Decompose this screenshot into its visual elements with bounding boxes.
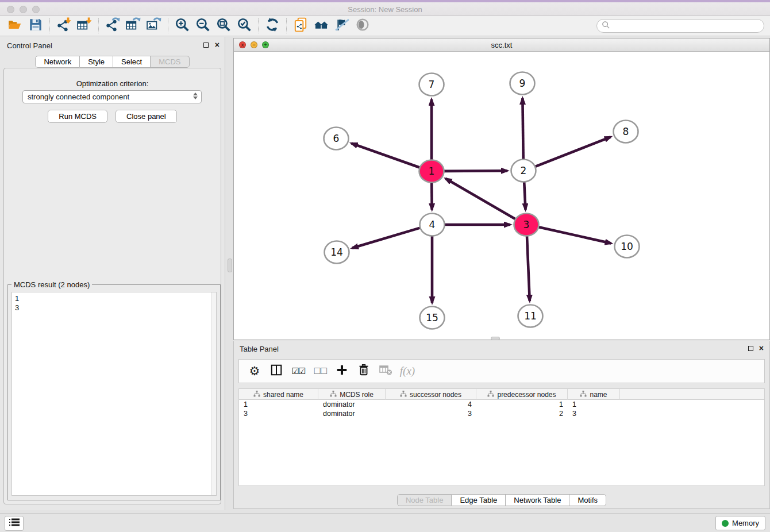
node-14[interactable]: 14 [325, 241, 349, 264]
select-all-button[interactable]: ☑☑ [288, 361, 308, 381]
result-scrollbar[interactable] [211, 292, 216, 495]
toolbar-separator [168, 18, 168, 33]
zoom-view-button[interactable]: + [262, 41, 269, 48]
table-row[interactable]: 3dominator323 [239, 409, 764, 418]
open-file-button[interactable] [5, 17, 25, 34]
delete-row-button[interactable] [354, 361, 374, 381]
float-panel-icon[interactable] [203, 43, 209, 48]
tab-style[interactable]: Style [80, 56, 113, 68]
node-7[interactable]: 7 [419, 74, 444, 96]
run-mcds-button[interactable]: Run MCDS [48, 110, 107, 123]
edge-3-1[interactable] [445, 179, 515, 219]
split-divider-handle[interactable] [228, 259, 232, 272]
import-table-button[interactable] [74, 17, 95, 34]
close-panel-button[interactable]: Close panel [116, 110, 177, 123]
tab-node-table[interactable]: Node Table [397, 494, 452, 506]
table-cell[interactable]: 1 [476, 400, 568, 409]
hide-flagged-button[interactable] [332, 17, 352, 34]
table-cell[interactable]: 1 [568, 400, 620, 409]
edge-1-6[interactable] [352, 143, 420, 167]
toolbar-separator [98, 18, 99, 33]
table-cell[interactable]: 3 [386, 409, 476, 418]
search-input[interactable] [610, 22, 764, 30]
node-1[interactable]: 1 [419, 160, 444, 183]
node-6[interactable]: 6 [324, 128, 349, 150]
os-titlebar: Session: New Session [0, 2, 770, 16]
column-header-predecessor-nodes[interactable]: predecessor nodes [476, 389, 568, 400]
edge-2-8[interactable] [536, 137, 611, 167]
close-table-panel-icon[interactable]: × [759, 344, 764, 353]
tab-network[interactable]: Network [35, 56, 80, 68]
control-panel-tabs: NetworkStyleSelectMCDS [0, 56, 225, 68]
tab-motifs[interactable]: Motifs [569, 494, 606, 506]
settings-button[interactable]: ⚙ [245, 361, 264, 381]
table-cell[interactable]: 2 [476, 409, 568, 418]
edge-1-2[interactable] [444, 171, 507, 171]
export-table-button[interactable] [123, 17, 144, 34]
edge-3-11[interactable] [527, 236, 530, 301]
table-cell[interactable]: 4 [386, 400, 476, 409]
node-11[interactable]: 11 [518, 305, 543, 327]
show-graphics-button[interactable] [352, 17, 373, 34]
float-table-panel-icon[interactable] [748, 346, 753, 351]
clear-table-button[interactable] [376, 361, 395, 381]
table-cell[interactable]: 1 [239, 400, 318, 409]
deselect-all-button[interactable]: ☐☐ [310, 361, 330, 381]
first-neighbors-button[interactable] [311, 17, 332, 34]
add-row-button[interactable] [332, 361, 352, 381]
node-3[interactable]: 3 [514, 214, 539, 236]
zoom-fit-button[interactable] [213, 17, 234, 34]
edge-2-3[interactable] [524, 182, 525, 210]
edge-2-9[interactable] [522, 98, 523, 159]
tab-network-table[interactable]: Network Table [506, 494, 569, 506]
tab-mcds[interactable]: MCDS [151, 56, 189, 68]
node-9[interactable]: 9 [510, 72, 535, 95]
node-10[interactable]: 10 [615, 236, 640, 258]
clone-network-button[interactable] [290, 17, 311, 34]
zoom-fit-icon [216, 17, 231, 34]
tab-edge-table[interactable]: Edge Table [452, 494, 506, 506]
network-graph[interactable]: 7968124314101511 [234, 52, 769, 340]
zoom-selected-button[interactable] [234, 17, 255, 34]
memory-button[interactable]: Memory [715, 516, 765, 530]
export-image-button[interactable] [144, 17, 164, 34]
split-divider-handle-horizontal[interactable] [491, 337, 500, 340]
hierarchy-icon [487, 391, 494, 399]
refresh-view-button[interactable] [262, 17, 283, 34]
table-panel-title: Table Panel [240, 345, 279, 353]
node-4[interactable]: 4 [420, 214, 445, 236]
column-header-shared-name[interactable]: shared name [239, 389, 318, 400]
zoom-in-button[interactable] [172, 17, 192, 34]
node-15[interactable]: 15 [420, 307, 445, 329]
export-network-button[interactable] [102, 17, 123, 34]
svg-text:14: 14 [330, 246, 343, 258]
edge-4-14[interactable] [352, 228, 420, 248]
zoom-out-button[interactable] [192, 17, 213, 34]
task-history-button[interactable] [5, 516, 24, 531]
minimize-view-button[interactable]: − [251, 41, 257, 48]
close-panel-icon[interactable]: × [215, 40, 220, 49]
save-session-button[interactable] [25, 17, 46, 34]
close-view-button[interactable]: x [239, 41, 246, 48]
column-header-successor-nodes[interactable]: successor nodes [386, 389, 476, 400]
column-header-MCDS-role[interactable]: MCDS role [318, 389, 386, 400]
node-8[interactable]: 8 [614, 121, 638, 143]
column-header-name[interactable]: name [568, 389, 620, 400]
columns-button[interactable] [267, 361, 286, 381]
edge-3-10[interactable] [539, 227, 611, 243]
table-cell[interactable]: 3 [239, 409, 318, 418]
network-canvas[interactable]: 7968124314101511 [234, 52, 769, 340]
import-network-button[interactable] [53, 17, 74, 34]
node-2[interactable]: 2 [511, 160, 536, 182]
network-view-titlebar[interactable]: scc.txt x−+ [234, 38, 769, 52]
tab-select[interactable]: Select [113, 56, 151, 68]
edge-1-4[interactable] [432, 183, 432, 210]
table-cell[interactable]: 3 [568, 409, 620, 418]
table-cell[interactable]: dominator [318, 409, 386, 418]
table-cell[interactable]: dominator [318, 400, 386, 409]
table-row[interactable]: 1dominator411 [239, 400, 764, 409]
search-box[interactable] [596, 19, 764, 33]
criterion-select[interactable]: strongly connected component [22, 90, 202, 103]
function-builder-button[interactable]: f(x) [398, 361, 417, 381]
mcds-result-text[interactable]: 13 [11, 292, 217, 496]
